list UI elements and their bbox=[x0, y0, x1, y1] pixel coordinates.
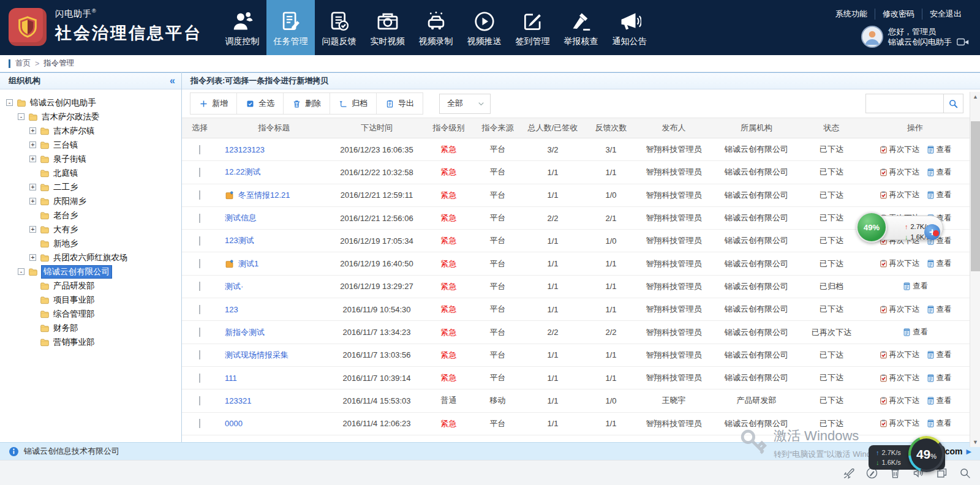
top-link-1[interactable]: 修改密码 bbox=[875, 9, 922, 20]
expand-node-icon[interactable]: + bbox=[29, 198, 36, 205]
tree-node[interactable]: +三台镇 bbox=[0, 138, 181, 152]
instruction-title-link[interactable]: 111 bbox=[225, 374, 237, 383]
tree-node-label[interactable]: 营销事业部 bbox=[53, 337, 95, 348]
row-checkbox[interactable] bbox=[199, 259, 200, 268]
resend-action[interactable]: 再次下达 bbox=[879, 373, 920, 383]
instruction-title-link[interactable]: 冬至情报12.21 bbox=[238, 190, 290, 201]
tree-node-label[interactable]: 财务部 bbox=[53, 323, 78, 334]
tree-node[interactable]: 营销事业部 bbox=[0, 335, 181, 349]
view-action[interactable]: 查看 bbox=[926, 350, 952, 360]
instruction-title-link[interactable]: 测试1 bbox=[238, 258, 258, 269]
camera-small-icon[interactable] bbox=[957, 38, 969, 46]
tree-node-label[interactable]: 新地乡 bbox=[53, 238, 78, 249]
view-action[interactable]: 查看 bbox=[926, 418, 952, 429]
nav-item-report[interactable]: 举报核查 bbox=[557, 0, 605, 55]
tree-node-label[interactable]: 锦诚云创闪电助手 bbox=[30, 97, 96, 108]
nav-item-notice[interactable]: 通知公告 bbox=[605, 0, 654, 55]
scrollbar[interactable]: ▲ ▼ bbox=[970, 92, 980, 447]
tree-node[interactable]: 老台乡 bbox=[0, 208, 181, 222]
row-checkbox[interactable] bbox=[199, 236, 200, 246]
nav-item-record[interactable]: 视频录制 bbox=[412, 0, 460, 55]
instruction-title-link[interactable]: 123测试 bbox=[225, 235, 254, 246]
tree-node[interactable]: 产品研发部 bbox=[0, 279, 181, 293]
instruction-title-link[interactable]: 0000 bbox=[225, 419, 243, 428]
footer-site-arrow-icon[interactable]: ▶ bbox=[967, 448, 971, 456]
search-button[interactable] bbox=[944, 94, 963, 113]
expand-node-icon[interactable]: + bbox=[29, 141, 36, 148]
row-checkbox[interactable] bbox=[199, 374, 200, 383]
row-checkbox[interactable] bbox=[199, 419, 200, 428]
row-checkbox[interactable] bbox=[199, 328, 200, 337]
expand-node-icon[interactable]: + bbox=[29, 254, 36, 261]
breadcrumb-home[interactable]: 首页 bbox=[15, 58, 31, 69]
row-checkbox[interactable] bbox=[199, 350, 200, 359]
row-checkbox[interactable] bbox=[199, 396, 200, 405]
view-action[interactable]: 查看 bbox=[902, 327, 928, 337]
tree-node-label[interactable]: 项目事业部 bbox=[53, 295, 95, 306]
tree-node-label[interactable]: 三台镇 bbox=[53, 140, 78, 151]
add-button[interactable]: 新增 bbox=[190, 93, 236, 114]
tree-node-label[interactable]: 锦诚云创有限公司 bbox=[42, 266, 111, 278]
collapse-node-icon[interactable]: - bbox=[18, 113, 24, 120]
nav-item-task[interactable]: 任务管理 bbox=[266, 0, 315, 55]
row-checkbox[interactable] bbox=[199, 168, 200, 177]
nav-item-signin[interactable]: 签到管理 bbox=[508, 0, 557, 55]
memory-usage-ball-dark[interactable]: 49 % bbox=[908, 436, 944, 472]
network-monitor-widget[interactable]: ↑2.7K/s ↓1.6K/s + 49% bbox=[856, 212, 947, 244]
view-action[interactable]: 查看 bbox=[926, 190, 952, 200]
instruction-title-link[interactable]: 新指令测试 bbox=[225, 327, 265, 338]
tree-node[interactable]: +兵团农六师红旗农场 bbox=[0, 250, 181, 265]
row-checkbox[interactable] bbox=[199, 145, 200, 154]
tree-node[interactable]: +吉木萨尔镇 bbox=[0, 124, 181, 138]
row-checkbox[interactable] bbox=[199, 305, 200, 314]
search-input[interactable] bbox=[865, 94, 944, 113]
row-checkbox[interactable] bbox=[199, 214, 200, 223]
instruction-title-link[interactable]: 测试现场情报采集 bbox=[225, 350, 288, 361]
view-action[interactable]: 查看 bbox=[926, 304, 952, 315]
tree-node-label[interactable]: 兵团农六师红旗农场 bbox=[53, 252, 128, 263]
tree-node-label[interactable]: 综合管理部 bbox=[53, 309, 95, 320]
tree-node[interactable]: 综合管理部 bbox=[0, 307, 181, 321]
scrollbar-thumb[interactable] bbox=[971, 121, 980, 271]
tree-node[interactable]: 新地乡 bbox=[0, 236, 181, 250]
nav-item-feedback[interactable]: 问题反馈 bbox=[315, 0, 363, 55]
tree-node[interactable]: +泉子街镇 bbox=[0, 152, 181, 166]
resend-action[interactable]: 再次下达 bbox=[879, 145, 920, 155]
row-checkbox[interactable] bbox=[199, 190, 200, 200]
tree-node[interactable]: -锦诚云创闪电助手 bbox=[0, 96, 181, 110]
nav-item-live[interactable]: 实时视频 bbox=[363, 0, 412, 55]
tree-node[interactable]: +庆阳湖乡 bbox=[0, 194, 181, 208]
scroll-down-icon[interactable]: ▼ bbox=[970, 437, 980, 447]
magnifier-icon[interactable] bbox=[959, 467, 971, 479]
tree-node[interactable]: +二工乡 bbox=[0, 180, 181, 194]
delete-button[interactable]: 删除 bbox=[283, 93, 330, 114]
instruction-title-link[interactable]: 123321 bbox=[225, 396, 251, 405]
view-action[interactable]: 查看 bbox=[926, 167, 952, 178]
export-button[interactable]: 导出 bbox=[376, 93, 423, 114]
resend-action[interactable]: 再次下达 bbox=[879, 350, 920, 360]
expand-node-icon[interactable]: + bbox=[29, 156, 36, 162]
tree-node-label[interactable]: 北庭镇 bbox=[53, 168, 78, 179]
memory-usage-ball[interactable]: 49% bbox=[856, 212, 887, 242]
resend-action[interactable]: 再次下达 bbox=[879, 258, 920, 269]
instruction-title-link[interactable]: 测试信息 bbox=[225, 212, 257, 224]
expand-node-icon[interactable]: + bbox=[29, 184, 36, 190]
resend-action[interactable]: 再次下达 bbox=[879, 304, 920, 315]
expand-node-icon[interactable]: + bbox=[29, 127, 36, 134]
tree-node-label[interactable]: 庆阳湖乡 bbox=[53, 196, 86, 207]
collapse-node-icon[interactable]: - bbox=[6, 99, 13, 106]
tree-node-label[interactable]: 老台乡 bbox=[53, 210, 78, 221]
resend-action[interactable]: 再次下达 bbox=[879, 396, 920, 406]
accelerate-button[interactable]: + bbox=[924, 224, 940, 240]
view-action[interactable]: 查看 bbox=[926, 373, 952, 383]
tree-node-label[interactable]: 二工乡 bbox=[53, 182, 78, 193]
tree-node[interactable]: -锦诚云创有限公司 bbox=[0, 265, 181, 279]
resend-action[interactable]: 再次下达 bbox=[879, 167, 920, 178]
view-action[interactable]: 查看 bbox=[902, 281, 928, 291]
tree-node-label[interactable]: 吉木萨尔政法委 bbox=[42, 111, 100, 122]
avatar[interactable] bbox=[861, 26, 883, 48]
rocket-icon[interactable] bbox=[842, 467, 855, 479]
collapse-node-icon[interactable]: - bbox=[18, 268, 24, 275]
collapse-sidebar-icon[interactable]: « bbox=[170, 76, 175, 86]
row-checkbox[interactable] bbox=[199, 282, 200, 291]
